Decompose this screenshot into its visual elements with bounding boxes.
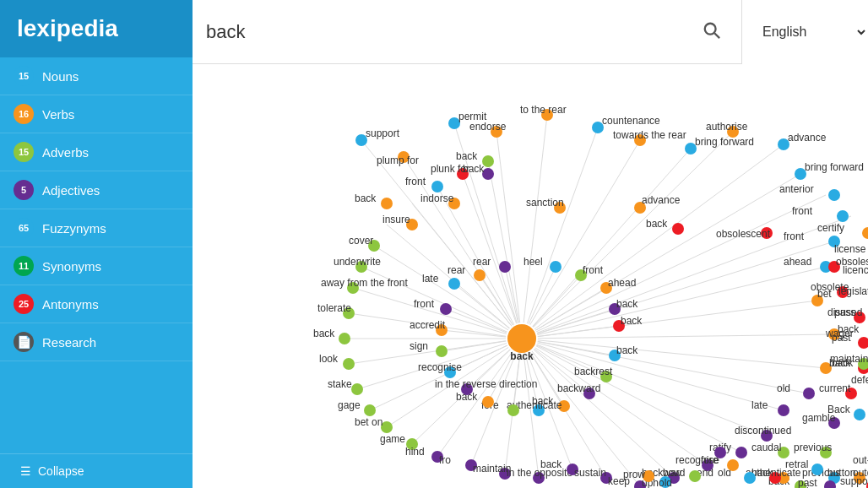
- adverbs-badge: 15: [14, 142, 34, 162]
- search-input[interactable]: [206, 21, 696, 43]
- sidebar-item-adjectives[interactable]: 5 Adjectives: [0, 171, 193, 209]
- svg-text:back: back: [540, 458, 562, 470]
- center-node: [507, 323, 537, 354]
- sidebar-item-antonyms[interactable]: 25 Antonyms: [0, 285, 193, 323]
- svg-text:front: front: [792, 205, 813, 217]
- svg-line-33: [412, 339, 522, 444]
- sidebar-item-nouns[interactable]: 15 Nouns: [0, 57, 193, 95]
- svg-text:back: back: [829, 357, 851, 369]
- svg-text:endorse: endorse: [469, 121, 507, 133]
- search-icon: [703, 21, 721, 40]
- svg-point-284: [769, 472, 781, 484]
- svg-text:obsolescent: obsolescent: [836, 256, 868, 268]
- fuzzynyms-badge: 65: [14, 218, 34, 238]
- graph-area[interactable]: support permit countenance bring forward…: [193, 64, 868, 488]
- svg-point-276: [828, 417, 840, 429]
- svg-line-14: [522, 216, 851, 339]
- svg-line-22: [522, 339, 767, 436]
- svg-text:back: back: [456, 391, 478, 403]
- svg-point-303: [381, 198, 393, 209]
- svg-line-4: [454, 123, 522, 339]
- svg-text:advance: advance: [642, 194, 681, 206]
- nouns-label: Nouns: [42, 69, 79, 84]
- collapse-icon: ☰: [20, 464, 31, 478]
- svg-text:past: past: [798, 477, 817, 488]
- svg-line-10: [522, 132, 733, 339]
- svg-point-80: [828, 189, 840, 201]
- svg-line-11: [522, 144, 784, 339]
- svg-text:fore: fore: [701, 454, 719, 466]
- svg-text:ahead: ahead: [784, 256, 811, 268]
- svg-text:keep: keep: [608, 475, 630, 487]
- research-label: Research: [42, 335, 96, 350]
- svg-text:gage: gage: [338, 399, 361, 411]
- svg-point-168: [828, 261, 840, 273]
- svg-point-288: [727, 459, 739, 471]
- svg-text:back: back: [832, 357, 854, 369]
- svg-line-45: [437, 187, 522, 339]
- svg-text:uphold: uphold: [642, 477, 672, 488]
- svg-text:out-of-date: out-of-date: [853, 454, 868, 466]
- svg-text:license: license: [834, 243, 866, 255]
- sidebar: lexipedia 15 Nouns 16 Verbs 15 Adverbs 5…: [0, 0, 193, 488]
- language-selector[interactable]: EnglishSpanishFrenchGermanItalianPortugu…: [741, 0, 868, 64]
- sidebar-item-fuzzynyms[interactable]: 65 Fuzzynyms: [0, 209, 193, 247]
- svg-point-305: [482, 168, 494, 180]
- svg-point-158: [845, 388, 857, 399]
- app-logo[interactable]: lexipedia: [0, 0, 193, 57]
- sidebar-item-synonyms[interactable]: 11 Synonyms: [0, 247, 193, 285]
- svg-point-292: [689, 470, 701, 482]
- svg-point-82: [837, 210, 849, 222]
- svg-point-290: [714, 447, 726, 458]
- svg-line-9: [522, 149, 691, 339]
- svg-point-0: [705, 24, 716, 35]
- main-content: EnglishSpanishFrenchGermanItalianPortugu…: [193, 0, 868, 488]
- svg-line-16: [522, 267, 826, 339]
- svg-text:licence: licence: [843, 264, 868, 276]
- svg-text:heel: heel: [524, 256, 543, 268]
- svg-text:plump for: plump for: [377, 155, 419, 166]
- svg-line-6: [522, 115, 547, 339]
- svg-text:authenticate: authenticate: [746, 467, 801, 479]
- svg-text:past: past: [832, 332, 851, 344]
- nouns-badge: 15: [14, 66, 34, 86]
- svg-point-108: [448, 198, 460, 209]
- collapse-button[interactable]: ☰ Collapse: [0, 453, 193, 488]
- svg-text:maintain: maintain: [830, 353, 868, 365]
- svg-text:front: front: [414, 298, 435, 310]
- svg-text:Back: Back: [827, 404, 851, 415]
- verbs-badge: 16: [14, 104, 34, 124]
- svg-text:back: back: [838, 323, 860, 335]
- svg-text:outdated: outdated: [853, 467, 868, 479]
- svg-line-8: [522, 140, 640, 339]
- svg-point-278: [854, 409, 865, 420]
- svg-text:look: look: [319, 353, 339, 365]
- word-graph: support permit countenance bring forward…: [193, 64, 868, 488]
- svg-point-270: [795, 480, 806, 488]
- svg-text:fro: fro: [439, 454, 451, 466]
- svg-text:late: late: [422, 273, 439, 285]
- svg-point-313: [824, 480, 836, 488]
- svg-line-44: [412, 203, 522, 339]
- svg-text:ratify: ratify: [709, 442, 731, 453]
- svg-text:permit: permit: [458, 111, 487, 122]
- sidebar-item-verbs[interactable]: 16 Verbs: [0, 95, 193, 133]
- svg-point-272: [778, 472, 789, 484]
- svg-text:bring forward: bring forward: [695, 136, 754, 148]
- svg-text:bring forward: bring forward: [805, 161, 864, 173]
- search-button[interactable]: [696, 14, 728, 49]
- verbs-label: Verbs: [42, 107, 74, 122]
- sidebar-item-research[interactable]: 📄 Research: [0, 323, 193, 361]
- sidebar-item-adverbs[interactable]: 15 Adverbs: [0, 133, 193, 171]
- svg-text:disused: disused: [827, 306, 862, 318]
- svg-point-274: [811, 464, 823, 475]
- svg-line-36: [357, 339, 522, 389]
- svg-text:cover: cover: [349, 235, 373, 247]
- collapse-label: Collapse: [38, 464, 84, 478]
- svg-text:back: back: [751, 467, 773, 479]
- svg-point-160: [858, 362, 868, 374]
- svg-text:pass: pass: [834, 306, 855, 318]
- svg-text:end: end: [697, 467, 713, 479]
- svg-text:caudal: caudal: [751, 442, 781, 453]
- svg-line-26: [522, 339, 640, 486]
